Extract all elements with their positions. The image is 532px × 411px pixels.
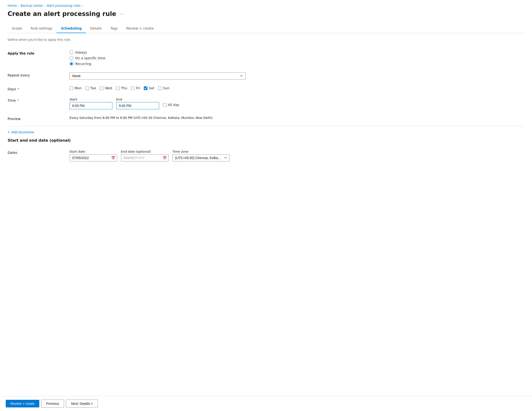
repeat-every-select[interactable]: Hour Day Week Month (69, 72, 246, 79)
tab-rule-settings[interactable]: Rule settings (27, 24, 57, 33)
repeat-every-row: Repeat every Hour Day Week Month (8, 69, 524, 83)
radio-specific-label: On a specific time (75, 56, 105, 60)
form-description: Define when you'd like to apply this rul… (8, 38, 524, 41)
end-time-group: End (116, 98, 159, 109)
plus-icon: + (8, 130, 10, 134)
start-time-group: Start (69, 98, 112, 109)
radio-always-input[interactable] (69, 50, 73, 54)
add-recurrence-label: Add recurrence (11, 130, 34, 134)
day-tue[interactable]: Tue (86, 86, 96, 90)
time-inputs-row: Start End All day (69, 98, 524, 109)
day-fri-checkbox[interactable] (131, 86, 134, 90)
breadcrumb-alert-rules[interactable]: Alert processing rules (47, 4, 80, 7)
end-time-label: End (116, 98, 159, 101)
next-details-button[interactable]: Next: Details > (66, 400, 98, 408)
all-day-label: All day (168, 103, 179, 107)
apply-rule-controls: Always On a specific time Recurring (69, 50, 524, 66)
tab-scope[interactable]: Scope (8, 24, 27, 33)
day-wed[interactable]: Wed (100, 86, 112, 90)
day-mon[interactable]: Mon (69, 86, 82, 90)
time-label: Time * (8, 98, 69, 102)
day-wed-label: Wed (105, 86, 112, 90)
review-create-button[interactable]: Review + create (6, 400, 39, 407)
radio-specific-time[interactable]: On a specific time (69, 56, 524, 60)
radio-always-label: Always (75, 50, 87, 54)
apply-rule-label: Apply the rule (8, 50, 69, 55)
preview-text: Every Saturday from 8:00 PM to 9:00 PM (… (69, 116, 524, 120)
day-thu[interactable]: Thu (116, 86, 127, 90)
repeat-every-controls: Hour Day Week Month (69, 72, 524, 79)
preview-controls: Every Saturday from 8:00 PM to 9:00 PM (… (69, 116, 524, 120)
radio-recurring-label: Recurring (75, 62, 91, 66)
radio-recurring[interactable]: Recurring (69, 62, 524, 66)
tab-details[interactable]: Details (86, 24, 106, 33)
breadcrumb-home[interactable]: Home (8, 4, 17, 7)
day-wed-checkbox[interactable] (100, 86, 103, 90)
day-fri[interactable]: Fri (131, 86, 140, 90)
day-sun-checkbox[interactable] (158, 86, 162, 90)
start-date-input-wrapper: 📅 (69, 154, 117, 162)
day-sat[interactable]: Sat (144, 86, 154, 90)
end-date-input[interactable] (121, 154, 169, 162)
tab-tags[interactable]: Tags (106, 24, 122, 33)
day-sun-label: Sun (163, 86, 170, 90)
start-date-input[interactable] (69, 154, 117, 162)
timezone-label: Time zone (172, 150, 229, 153)
start-date-label: Start date (69, 150, 117, 153)
divider-1 (8, 126, 524, 126)
days-checkboxes: Mon Tue Wed Thu Fri (69, 86, 524, 90)
timezone-select[interactable]: (UTC+05:30) Chennai, Kolka... (172, 154, 229, 162)
start-time-input[interactable] (69, 102, 112, 109)
dates-inputs-row: Start date 📅 End date (optional) 📅 Time … (69, 150, 524, 162)
tab-bar: Scope Rule settings Scheduling Details T… (8, 24, 524, 33)
day-fri-label: Fri (136, 86, 140, 90)
preview-row: Preview Every Saturday from 8:00 PM to 9… (8, 113, 524, 124)
repeat-every-label: Repeat every (8, 72, 69, 77)
breadcrumb: Home › Backup center › Alert processing … (8, 4, 524, 7)
day-mon-label: Mon (75, 86, 82, 90)
add-recurrence-button[interactable]: + Add recurrence (8, 128, 34, 136)
breadcrumb-backup-center[interactable]: Backup center (21, 4, 43, 7)
day-sun[interactable]: Sun (158, 86, 170, 90)
footer: Review + create Previous Next: Details > (0, 396, 532, 411)
page-title: Create an alert processing rule (8, 10, 116, 17)
preview-label: Preview (8, 116, 69, 121)
dates-controls: Start date 📅 End date (optional) 📅 Time … (69, 150, 524, 162)
start-end-date-heading: Start and end date (optional) (8, 138, 524, 143)
day-tue-checkbox[interactable] (86, 86, 89, 90)
radio-recurring-input[interactable] (69, 62, 73, 66)
time-row: Time * Start End All day (8, 94, 524, 113)
radio-specific-input[interactable] (69, 56, 73, 60)
dates-row: Dates Start date 📅 End date (optional) 📅 (8, 146, 524, 165)
day-tue-label: Tue (90, 86, 96, 90)
apply-rule-row: Apply the rule Always On a specific time… (8, 47, 524, 69)
end-date-label: End date (optional) (121, 150, 169, 153)
day-thu-label: Thu (121, 86, 127, 90)
timezone-group: Time zone (UTC+05:30) Chennai, Kolka... (172, 150, 229, 162)
ellipsis-menu-button[interactable]: ··· (119, 11, 125, 17)
all-day-checkbox-label[interactable]: All day (163, 103, 179, 107)
time-controls: Start End All day (69, 98, 524, 109)
days-label: Days * (8, 86, 69, 91)
tab-scheduling[interactable]: Scheduling (57, 24, 86, 33)
day-mon-checkbox[interactable] (69, 86, 73, 90)
end-date-input-wrapper: 📅 (121, 154, 169, 162)
days-controls: Mon Tue Wed Thu Fri (69, 86, 524, 90)
start-time-label: Start (69, 98, 112, 101)
start-date-group: Start date 📅 (69, 150, 117, 162)
dates-label: Dates (8, 150, 69, 154)
day-sat-label: Sat (149, 86, 154, 90)
end-time-input[interactable] (116, 102, 159, 109)
end-date-group: End date (optional) 📅 (121, 150, 169, 162)
day-sat-checkbox[interactable] (144, 86, 147, 90)
previous-button[interactable]: Previous (41, 400, 64, 408)
tab-review-create[interactable]: Review + create (122, 24, 158, 33)
all-day-checkbox[interactable] (163, 103, 166, 107)
apply-rule-radio-group: Always On a specific time Recurring (69, 50, 524, 66)
radio-always[interactable]: Always (69, 50, 524, 54)
day-thu-checkbox[interactable] (116, 86, 120, 90)
days-row: Days * Mon Tue Wed Thu (8, 83, 524, 94)
